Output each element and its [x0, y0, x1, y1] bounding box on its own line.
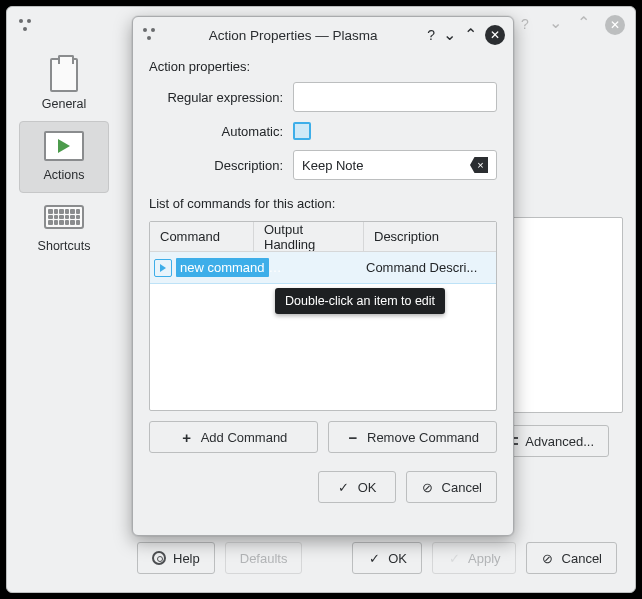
check-icon	[337, 480, 351, 494]
col-description[interactable]: Description	[364, 222, 496, 251]
button-label: Help	[173, 551, 200, 566]
plus-icon	[180, 430, 194, 444]
help-icon[interactable]	[521, 16, 539, 34]
cell-description: Command Descri...	[360, 260, 496, 275]
table-header: Command Output Handling Description	[150, 222, 496, 252]
description-input[interactable]: Keep Note	[293, 150, 497, 180]
cancel-icon	[421, 480, 435, 494]
field-label: Automatic:	[149, 124, 283, 139]
play-icon	[40, 128, 88, 164]
keyboard-icon	[40, 199, 88, 235]
button-label: Cancel	[562, 551, 602, 566]
cancel-icon	[541, 551, 555, 565]
app-icon	[141, 26, 159, 44]
app-icon	[17, 17, 33, 33]
sidebar-item-general[interactable]: General	[19, 51, 109, 121]
ok-button[interactable]: OK	[318, 471, 396, 503]
help-icon[interactable]	[427, 27, 435, 43]
shade-up-icon[interactable]	[464, 28, 477, 43]
button-label: Remove Command	[367, 430, 479, 445]
section-label: Action properties:	[149, 59, 497, 74]
close-icon[interactable]: ✕	[605, 15, 625, 35]
sidebar: General Actions Shortcuts	[19, 51, 109, 263]
sidebar-item-actions[interactable]: Actions	[19, 121, 109, 193]
field-label: Regular expression:	[149, 90, 283, 105]
button-label: OK	[388, 551, 407, 566]
run-icon	[154, 259, 172, 277]
button-label: Advanced...	[525, 434, 594, 449]
clipboard-icon	[40, 57, 88, 93]
close-icon[interactable]: ✕	[485, 25, 505, 45]
add-command-button[interactable]: Add Command	[149, 421, 318, 453]
dialog-footer: OK Cancel	[149, 471, 497, 503]
help-button[interactable]: Help	[137, 542, 215, 574]
minimize-icon[interactable]	[549, 16, 567, 34]
col-command[interactable]: Command	[150, 222, 254, 251]
dialog-titlebar: Action Properties — Plasma ✕	[133, 17, 513, 53]
cancel-button[interactable]: Cancel	[526, 542, 617, 574]
bg-button-row: Help Defaults OK Apply Cancel	[137, 542, 617, 574]
form-row-regex: Regular expression:	[149, 82, 497, 112]
editing-text[interactable]: new command	[176, 258, 269, 277]
field-label: Description:	[149, 158, 283, 173]
sidebar-item-label: General	[42, 97, 86, 111]
button-label: Cancel	[442, 480, 482, 495]
sidebar-item-shortcuts[interactable]: Shortcuts	[19, 193, 109, 263]
col-output[interactable]: Output Handling	[254, 222, 364, 251]
button-label: Apply	[468, 551, 501, 566]
button-label: Add Command	[201, 430, 288, 445]
regex-input[interactable]	[293, 82, 497, 112]
defaults-button: Defaults	[225, 542, 303, 574]
action-properties-dialog: Action Properties — Plasma ✕ Action prop…	[132, 16, 514, 536]
sidebar-item-label: Shortcuts	[38, 239, 91, 253]
form-row-automatic: Automatic:	[149, 122, 497, 140]
automatic-checkbox[interactable]	[293, 122, 311, 140]
ok-button[interactable]: OK	[352, 542, 422, 574]
maximize-icon[interactable]	[577, 16, 595, 34]
check-icon	[367, 551, 381, 565]
list-label: List of commands for this action:	[149, 196, 497, 211]
input-value: Keep Note	[302, 158, 363, 173]
command-actions: Add Command Remove Command	[149, 421, 497, 453]
button-label: Defaults	[240, 551, 288, 566]
cell-command[interactable]: new commandore	[172, 258, 290, 277]
tooltip: Double-click an item to edit	[275, 288, 445, 314]
minus-icon	[346, 430, 360, 444]
check-icon	[447, 551, 461, 565]
form-row-description: Description: Keep Note	[149, 150, 497, 180]
commands-table: Command Output Handling Description new …	[149, 221, 497, 411]
table-row[interactable]: new commandore Command Descri... Double-…	[150, 252, 496, 284]
cancel-button[interactable]: Cancel	[406, 471, 497, 503]
shade-down-icon[interactable]	[443, 28, 456, 43]
clear-icon[interactable]	[470, 157, 488, 173]
dialog-title: Action Properties — Plasma	[167, 28, 419, 43]
remove-command-button[interactable]: Remove Command	[328, 421, 497, 453]
sidebar-item-label: Actions	[44, 168, 85, 182]
button-label: OK	[358, 480, 377, 495]
apply-button: Apply	[432, 542, 516, 574]
lifering-icon	[152, 551, 166, 565]
